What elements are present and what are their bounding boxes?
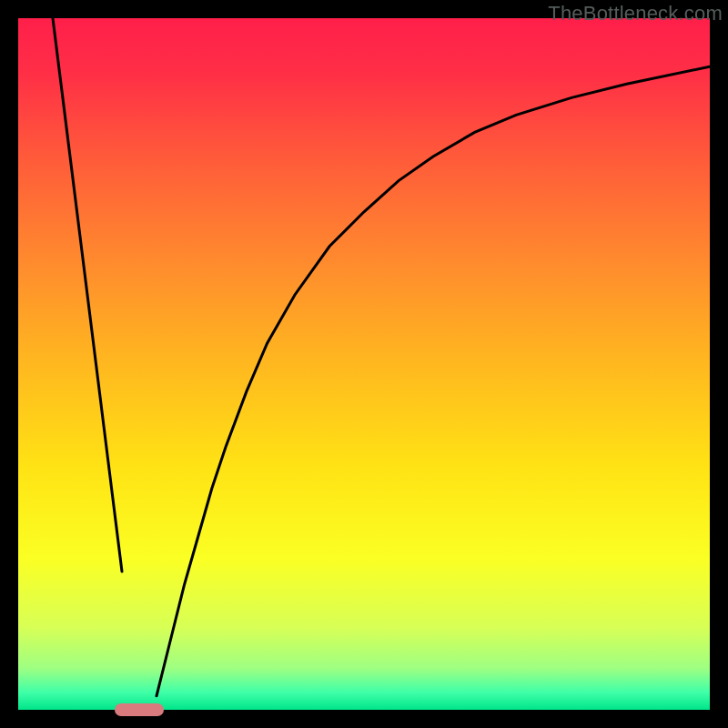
optimal-marker (115, 703, 163, 716)
curve-layer (18, 18, 710, 710)
watermark-text: TheBottleneck.com (548, 2, 723, 25)
chart-frame: TheBottleneck.com (0, 0, 728, 728)
plot-area (18, 18, 710, 710)
curve-right-segment (157, 66, 710, 696)
curve-left-segment (53, 18, 122, 571)
